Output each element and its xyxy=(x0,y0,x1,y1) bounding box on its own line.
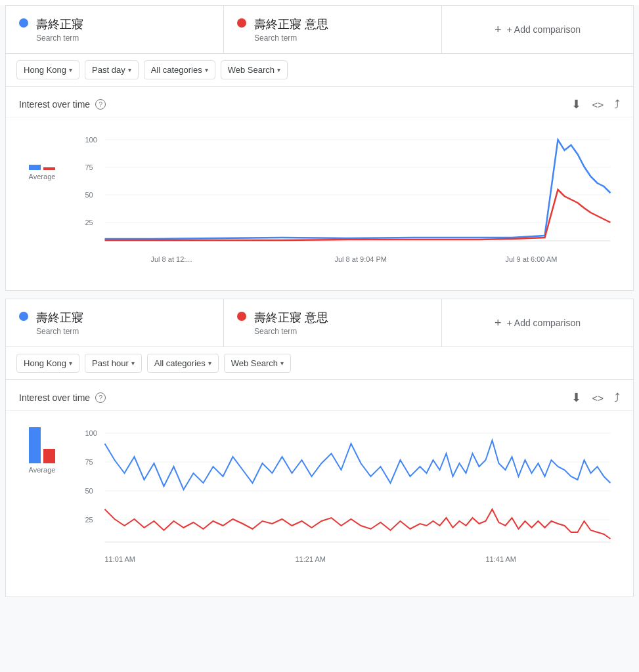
svg-text:11:21 AM: 11:21 AM xyxy=(296,555,326,563)
top-interest-title-text: Interest over time xyxy=(19,99,90,110)
top-search-type-chevron: ▾ xyxy=(277,66,280,74)
top-interest-actions: ⬇ <> ⤴ xyxy=(571,97,620,112)
bottom-search-type-chevron: ▾ xyxy=(280,360,284,367)
bottom-interest-title-group: Interest over time ? xyxy=(19,392,106,403)
bottom-time-filter[interactable]: Past hour ▾ xyxy=(85,354,142,373)
top-interest-title-group: Interest over time ? xyxy=(19,99,106,110)
bottom-plus-icon: + xyxy=(495,316,502,330)
svg-text:100: 100 xyxy=(85,136,97,144)
bottom-term1-dot xyxy=(19,312,28,321)
top-term2-text: 壽終正寢 意思 Search term xyxy=(254,16,328,43)
bottom-download-icon[interactable]: ⬇ xyxy=(571,390,581,405)
top-term2-item: 壽終正寢 意思 Search term xyxy=(224,6,442,53)
top-category-chevron: ▾ xyxy=(205,66,208,74)
bottom-add-comparison-label: + Add comparison xyxy=(507,318,581,328)
top-avg-bar-red xyxy=(43,167,55,170)
bottom-interest-actions: ⬇ <> ⤴ xyxy=(571,390,620,405)
bottom-term2-dot xyxy=(237,312,246,321)
top-interest-header: Interest over time ? ⬇ <> ⤴ xyxy=(6,87,633,117)
top-plus-icon: + xyxy=(495,23,502,37)
svg-text:25: 25 xyxy=(85,219,93,226)
top-location-chevron: ▾ xyxy=(69,66,72,74)
top-time-filter[interactable]: Past day ▾ xyxy=(85,60,139,79)
svg-text:Jul 9 at 6:00 AM: Jul 9 at 6:00 AM xyxy=(506,255,558,263)
top-add-comparison-button[interactable]: + + Add comparison xyxy=(442,6,633,53)
bottom-chart-svg: 100 75 50 25 xyxy=(76,424,620,581)
bottom-avg-bars xyxy=(29,424,55,463)
bottom-search-type-filter[interactable]: Web Search ▾ xyxy=(224,354,291,373)
svg-text:100: 100 xyxy=(85,429,97,437)
top-search-type-label: Web Search xyxy=(228,65,275,75)
top-share-icon[interactable]: ⤴ xyxy=(614,98,620,112)
bottom-section-card: 壽終正寢 Search term 壽終正寢 意思 Search term + +… xyxy=(5,299,634,597)
top-location-label: Hong Kong xyxy=(24,65,66,75)
bottom-time-chevron: ▾ xyxy=(131,360,135,367)
bottom-term1-label: Search term xyxy=(36,327,83,336)
bottom-location-chevron: ▾ xyxy=(69,360,72,367)
top-term1-dot xyxy=(19,18,28,28)
svg-text:75: 75 xyxy=(85,458,93,466)
bottom-chart-area: Average 100 75 50 25 xyxy=(6,411,633,597)
bottom-category-filter[interactable]: All categories ▾ xyxy=(147,354,219,373)
svg-text:Jul 8 at 12:...: Jul 8 at 12:... xyxy=(151,255,192,263)
bottom-term2-label: Search term xyxy=(254,327,328,336)
bottom-category-label: All categories xyxy=(154,358,206,368)
top-section-card: 壽終正寢 Search term 壽終正寢 意思 Search term + +… xyxy=(5,5,634,291)
bottom-term2-item: 壽終正寢 意思 Search term xyxy=(224,299,442,346)
bottom-share-icon[interactable]: ⤴ xyxy=(614,391,620,405)
top-avg-bar-blue xyxy=(29,165,41,170)
top-chart-average: Average xyxy=(19,131,65,277)
top-help-icon[interactable]: ? xyxy=(95,99,106,110)
top-term2-dot xyxy=(237,18,246,28)
bottom-add-comparison-button[interactable]: + + Add comparison xyxy=(442,299,633,346)
bottom-avg-bar-blue xyxy=(29,427,41,463)
bottom-filters-row: Hong Kong ▾ Past hour ▾ All categories ▾… xyxy=(6,347,633,380)
top-avg-label: Average xyxy=(29,173,56,180)
top-chart-area: Average 100 75 50 25 xyxy=(6,117,633,290)
page-wrapper: 壽終正寢 Search term 壽終正寢 意思 Search term + +… xyxy=(0,5,639,672)
bottom-search-terms-row: 壽終正寢 Search term 壽終正寢 意思 Search term + +… xyxy=(6,299,633,347)
svg-text:75: 75 xyxy=(85,163,93,171)
bottom-interest-header: Interest over time ? ⬇ <> ⤴ xyxy=(6,380,633,411)
svg-text:25: 25 xyxy=(85,516,93,524)
svg-text:11:41 AM: 11:41 AM xyxy=(486,555,516,563)
top-filters-row: Hong Kong ▾ Past day ▾ All categories ▾ … xyxy=(6,54,633,87)
svg-text:50: 50 xyxy=(85,191,93,199)
bottom-chart-main: 100 75 50 25 xyxy=(76,424,620,583)
top-location-filter[interactable]: Hong Kong ▾ xyxy=(16,60,79,79)
bottom-category-chevron: ▾ xyxy=(208,360,211,367)
top-time-chevron: ▾ xyxy=(128,66,131,74)
top-term2-name: 壽終正寢 意思 xyxy=(254,16,328,32)
bottom-interest-title-text: Interest over time xyxy=(19,392,90,403)
top-term1-item: 壽終正寢 Search term xyxy=(6,6,224,53)
bottom-location-filter[interactable]: Hong Kong ▾ xyxy=(16,354,79,373)
top-term1-label: Search term xyxy=(36,33,83,43)
bottom-avg-label: Average xyxy=(29,466,56,474)
svg-text:11:01 AM: 11:01 AM xyxy=(105,555,135,563)
bottom-term1-name: 壽終正寢 xyxy=(36,310,83,326)
top-category-filter[interactable]: All categories ▾ xyxy=(144,60,215,79)
svg-text:50: 50 xyxy=(85,487,93,495)
top-category-label: All categories xyxy=(151,65,202,75)
top-term2-label: Search term xyxy=(254,33,328,43)
bottom-embed-icon[interactable]: <> xyxy=(592,392,604,404)
bottom-help-icon[interactable]: ? xyxy=(95,392,106,403)
bottom-term1-text: 壽終正寢 Search term xyxy=(36,310,83,336)
bottom-chart-average: Average xyxy=(19,424,65,583)
top-download-icon[interactable]: ⬇ xyxy=(571,97,581,112)
bottom-interest-panel: Interest over time ? ⬇ <> ⤴ Average xyxy=(6,380,633,597)
bottom-time-label: Past hour xyxy=(92,358,129,368)
top-chart-svg: 100 75 50 25 xyxy=(76,131,620,275)
svg-text:Jul 8 at 9:04 PM: Jul 8 at 9:04 PM xyxy=(335,255,387,263)
top-interest-panel: Interest over time ? ⬇ <> ⤴ Average xyxy=(6,87,633,290)
top-add-comparison-label: + Add comparison xyxy=(507,24,581,35)
bottom-search-type-label: Web Search xyxy=(231,358,278,368)
top-search-type-filter[interactable]: Web Search ▾ xyxy=(221,60,288,79)
bottom-location-label: Hong Kong xyxy=(24,358,66,368)
bottom-term2-name: 壽終正寢 意思 xyxy=(254,310,328,326)
top-term1-name: 壽終正寢 xyxy=(36,16,83,32)
top-avg-bars xyxy=(29,131,55,170)
top-term1-text: 壽終正寢 Search term xyxy=(36,16,83,43)
bottom-term1-item: 壽終正寢 Search term xyxy=(6,299,224,346)
top-embed-icon[interactable]: <> xyxy=(592,99,604,110)
